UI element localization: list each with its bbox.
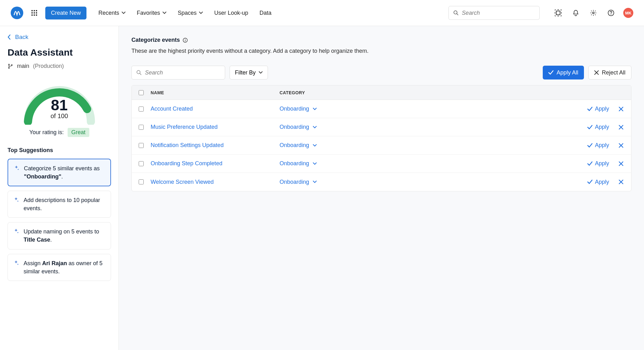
search-icon — [453, 10, 459, 16]
user-avatar[interactable]: MK — [623, 8, 633, 18]
filter-by-button[interactable]: Filter By — [230, 66, 268, 79]
branch-row: main (Production) — [8, 63, 111, 69]
close-icon — [619, 179, 624, 184]
info-icon[interactable] — [182, 37, 188, 43]
event-name-link[interactable]: Welcome Screen Viewed — [151, 179, 214, 185]
apply-button[interactable]: Apply — [587, 142, 609, 149]
page-title: Data Assistant — [8, 47, 111, 58]
row-checkbox[interactable] — [139, 125, 144, 130]
reject-button[interactable] — [619, 125, 624, 130]
reject-button[interactable] — [619, 179, 624, 184]
suggestion-text: Categorize 5 similar events as "Onboardi… — [24, 164, 105, 181]
svg-point-31 — [185, 39, 186, 40]
apply-label: Apply — [595, 124, 609, 130]
row-checkbox[interactable] — [139, 161, 144, 166]
table-search[interactable] — [131, 66, 225, 79]
event-name-link[interactable]: Onboarding Step Completed — [151, 160, 222, 167]
apply-button[interactable]: Apply — [587, 179, 609, 185]
back-label: Back — [15, 34, 28, 41]
close-icon — [619, 107, 624, 112]
help-icon[interactable] — [606, 8, 616, 18]
score-denominator: of 100 — [51, 112, 68, 120]
category-dropdown[interactable]: Onboarding — [280, 106, 317, 112]
svg-rect-0 — [31, 10, 33, 11]
column-header-category: Category — [280, 90, 575, 95]
nav-user-lookup[interactable]: User Look-up — [214, 10, 248, 16]
table-row: Music Preference UpdatedOnboardingApply — [132, 118, 631, 136]
row-checkbox[interactable] — [139, 179, 144, 184]
suggestion-card[interactable]: Update naming on 5 events to Title Case. — [8, 222, 111, 249]
brand-logo[interactable] — [11, 7, 23, 19]
events-table: Name Category Account CreatedOnboardingA… — [131, 85, 631, 191]
apply-all-button[interactable]: Apply All — [543, 66, 584, 79]
search-icon — [136, 69, 142, 76]
nav-recents[interactable]: Recents — [98, 10, 125, 16]
row-checkbox[interactable] — [139, 107, 144, 112]
chevron-down-icon — [313, 126, 317, 129]
check-icon — [587, 161, 592, 166]
back-button[interactable]: Back — [8, 34, 28, 41]
check-icon — [587, 125, 592, 129]
table-search-input[interactable] — [145, 69, 220, 76]
top-suggestions-heading: Top Suggestions — [8, 147, 111, 154]
table-row: Welcome Screen ViewedOnboardingApply — [132, 173, 631, 191]
app-switcher-icon[interactable] — [29, 8, 40, 18]
row-checkbox[interactable] — [139, 143, 144, 148]
event-name-link[interactable]: Notification Settings Updated — [151, 142, 224, 148]
nav-data[interactable]: Data — [259, 10, 271, 16]
nav-label: Data — [259, 10, 271, 16]
suggestion-text: Add descriptions to 10 popular events. — [24, 196, 106, 212]
chevron-down-icon — [199, 12, 203, 14]
rating-badge: Great — [68, 128, 89, 137]
nav-label: Favorites — [137, 10, 160, 16]
svg-point-29 — [11, 64, 12, 65]
category-dropdown[interactable]: Onboarding — [280, 124, 317, 130]
check-icon — [587, 180, 592, 184]
suggestion-card[interactable]: Add descriptions to 10 popular events. — [8, 191, 111, 218]
apply-all-label: Apply All — [557, 69, 578, 76]
category-dropdown[interactable]: Onboarding — [280, 179, 317, 185]
section-title: Categorize events — [131, 37, 180, 43]
global-search[interactable] — [448, 6, 540, 20]
select-all-checkbox[interactable] — [139, 90, 144, 95]
nav-favorites[interactable]: Favorites — [137, 10, 166, 16]
category-dropdown[interactable]: Onboarding — [280, 160, 317, 167]
sparkle-icon — [13, 165, 19, 171]
reject-button[interactable] — [619, 107, 624, 112]
nav-spaces[interactable]: Spaces — [178, 10, 203, 16]
apply-label: Apply — [595, 142, 609, 149]
reject-all-label: Reject All — [602, 69, 625, 76]
apply-button[interactable]: Apply — [587, 160, 609, 167]
svg-line-34 — [140, 73, 141, 74]
grid-select-icon[interactable] — [553, 8, 564, 18]
svg-rect-8 — [36, 14, 37, 16]
suggestion-card[interactable]: Assign Ari Rajan as owner of 5 similar e… — [8, 254, 111, 281]
chevron-down-icon — [313, 162, 317, 165]
suggestion-card[interactable]: Categorize 5 similar events as "Onboardi… — [8, 159, 111, 186]
svg-rect-6 — [31, 14, 33, 16]
category-value: Onboarding — [280, 179, 309, 185]
svg-rect-32 — [185, 40, 186, 41]
event-name-link[interactable]: Music Preference Updated — [151, 124, 218, 130]
svg-rect-1 — [34, 10, 35, 11]
branch-name: main — [17, 63, 29, 69]
notifications-icon[interactable] — [570, 8, 581, 18]
svg-point-28 — [8, 67, 9, 68]
reject-button[interactable] — [619, 143, 624, 148]
global-search-input[interactable] — [462, 10, 535, 16]
chevron-down-icon — [259, 71, 263, 74]
sparkle-icon — [13, 228, 19, 234]
settings-icon[interactable] — [588, 8, 599, 18]
apply-label: Apply — [595, 179, 609, 185]
create-new-button[interactable]: Create New — [45, 7, 86, 19]
reject-button[interactable] — [619, 161, 624, 166]
category-dropdown[interactable]: Onboarding — [280, 142, 317, 149]
reject-all-button[interactable]: Reject All — [588, 66, 631, 79]
category-value: Onboarding — [280, 106, 309, 112]
sparkle-icon — [13, 260, 19, 266]
svg-point-26 — [611, 14, 611, 15]
apply-button[interactable]: Apply — [587, 124, 609, 130]
event-name-link[interactable]: Account Created — [151, 106, 193, 112]
apply-button[interactable]: Apply — [587, 106, 609, 112]
category-value: Onboarding — [280, 142, 309, 149]
